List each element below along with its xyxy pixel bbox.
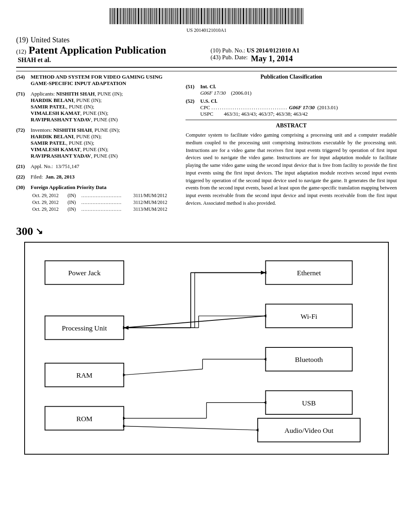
abstract-header: ABSTRACT [186,123,397,129]
priority-row-0: Oct. 29, 2012 (IN) .....................… [31,192,176,199]
pub-no-value: US 2014/0121010 A1 [247,47,300,54]
priority-country-2: (IN) [66,206,79,213]
inventor-0: NISHITH SHAH [53,127,92,133]
filed-section: (22) Filed: Jan. 28, 2013 [16,174,176,180]
right-column: Publication Classification (51) Int. Cl.… [186,74,397,217]
pub-date-label: (43) Pub. Date: [211,54,248,63]
int-cl-num: (51) [186,83,200,96]
title-text: METHOD AND SYSTEM FOR VIDEO GAMING USING… [31,74,176,87]
appl-no-section: (21) Appl. No.: 13/751,147 [16,163,176,170]
priority-country-1: (IN) [66,199,79,206]
country-label: (19) [16,36,28,44]
pub-date-line: (43) Pub. Date: May 1, 2014 [211,54,397,63]
patent-type: Patent Application Publication [29,44,166,56]
priority-date-0: Oct. 29, 2012 [31,192,66,199]
audio-video-arrow [123,424,259,432]
svg-text:RAM: RAM [76,371,92,379]
inventor-3: VIMALESH KAMAT [31,146,80,152]
cpc-value: G06F 17/30 [289,104,315,110]
inventors-label: Inventors: [31,127,52,133]
header-section: (19) United States (12) Patent Applicati… [16,36,397,64]
barcode-image [110,8,303,24]
left-column: (54) METHOD AND SYSTEM FOR VIDEO GAMING … [16,74,176,217]
svg-marker-37 [123,373,126,376]
priority-num-1: 3112/MUM/2012 [131,199,176,206]
diagram-svg: Power Jack Processing Unit RAM ROM Ether… [37,251,376,444]
barcode-section [16,8,397,26]
svg-line-44 [124,426,258,430]
int-cl-label: Int. Cl. [200,83,216,89]
filed-content: Filed: Jan. 28, 2013 [31,174,176,180]
us-cl-row: (52) U.S. Cl. CPC ......................… [186,98,397,117]
svg-text:Bluetooth: Bluetooth [295,355,323,364]
svg-marker-33 [264,314,267,318]
int-cl-year: (2006.01) [231,90,252,96]
priority-table: Oct. 29, 2012 (IN) .....................… [31,192,176,213]
header-left: (19) United States (12) Patent Applicati… [16,36,202,64]
inventor-4: RAVIPRASHANT YADAV [31,153,91,159]
filed-date: Jan. 28, 2013 [46,174,75,180]
divider-thin [16,71,397,71]
us-cl-content: U.S. Cl. CPC ...........................… [200,98,338,117]
body-columns: (54) METHOD AND SYSTEM FOR VIDEO GAMING … [16,74,397,217]
us-cl-label: U.S. Cl. [200,98,217,104]
priority-dots-0: ......................... [80,192,132,199]
inventors-content: Inventors: NISHITH SHAH, PUNE (IN); HARD… [31,127,176,159]
applicants-section: (71) Applicants: NISHITH SHAH, PUNE (IN)… [16,91,176,123]
title-num: (54) [16,74,31,87]
abstract-divider [186,120,397,120]
cpc-year: (2013.01) [317,104,338,110]
ethernet-arrow [123,271,267,330]
bluetooth-arrow [123,357,267,376]
svg-marker-43 [264,401,267,404]
foreign-section: (30) Foreign Application Priority Data O… [16,184,176,213]
appl-no-content: Appl. No.: 13/751,147 [31,163,176,170]
title-section: (54) METHOD AND SYSTEM FOR VIDEO GAMING … [16,74,176,87]
svg-line-36 [124,369,202,375]
applicant-1: HARDIK BELANI [31,97,74,103]
svg-marker-32 [123,326,126,329]
priority-country-0: (IN) [66,192,79,199]
foreign-num: (30) [16,184,31,213]
applicants-label: Applicants: [31,91,55,97]
priority-dots-1: ......................... [80,199,132,206]
int-cl-row: (51) Int. Cl. G06F 17/30 (2006.01) [186,83,397,96]
svg-marker-45 [123,424,126,428]
patent-number: US 20140121010A1 [16,27,397,33]
uspc-label: USPC [200,111,213,117]
applicants-num: (71) [16,91,31,123]
pub-no-label: (10) Pub. No.: [211,47,245,54]
cpc-dots: .................................... [211,104,288,110]
uspc-value: 463/31; 463/43; 463/37; 463/38; 463/42 [224,111,308,117]
header-right: (10) Pub. No.: US 2014/0121010 A1 (43) P… [202,36,397,63]
abstract-text: Computer system to facilitate video gami… [186,131,397,207]
us-cl-num: (52) [186,98,200,117]
priority-date-1: Oct. 29, 2012 [31,199,66,206]
appl-no-prefix: Appl. No.: [31,163,53,169]
inventors-num: (72) [16,127,31,159]
svg-text:Power Jack: Power Jack [68,269,101,277]
appl-no-value: 13/751,147 [56,163,79,169]
inventors-section: (72) Inventors: NISHITH SHAH, PUNE (IN);… [16,127,176,159]
inventor-2: SAMIR PATEL [31,140,66,146]
country-name: United States [31,36,70,44]
svg-text:Wi-Fi: Wi-Fi [300,312,317,320]
foreign-label: Foreign Application Priority Data [31,184,106,190]
appl-num-label: (21) [16,163,31,170]
applicant-3: VIMALESH KAMAT [31,110,80,116]
svg-marker-46 [256,428,259,432]
priority-row-2: Oct. 29, 2012 (IN) .....................… [31,206,176,213]
uspc-line: USPC 463/31; 463/43; 463/37; 463/38; 463… [200,111,338,117]
cpc-label: CPC [200,104,210,110]
svg-text:Processing Unit: Processing Unit [62,324,107,332]
usb-arrow [123,401,267,420]
int-cl-value: G06F 17/30 [200,90,225,96]
classification-header: Publication Classification [186,74,397,80]
applicant-4: RAVIPRASHANT YADAV [31,116,91,123]
fig-number: 300 [16,225,33,238]
filed-num: (22) [16,174,31,180]
pub-no-line: (10) Pub. No.: US 2014/0121010 A1 [211,47,397,54]
priority-date-2: Oct. 29, 2012 [31,206,66,213]
applicant-0: NISHITH SHAH [56,91,95,97]
type-label: (12) [16,48,26,55]
